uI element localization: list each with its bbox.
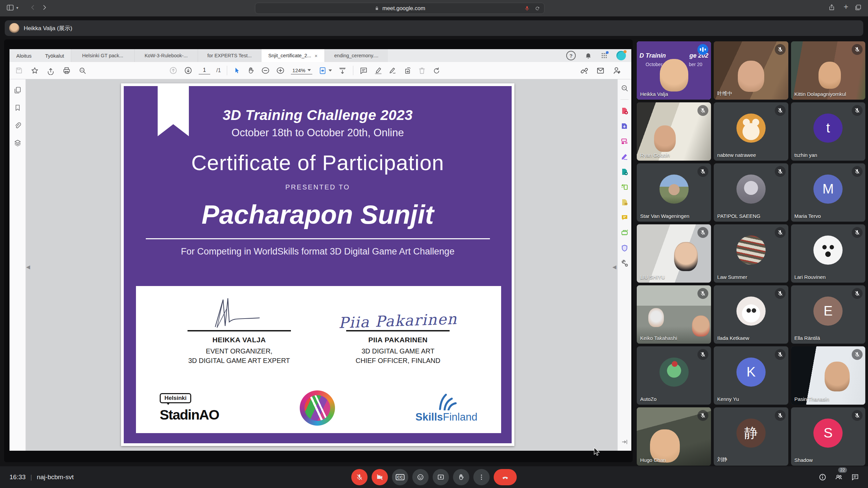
end-call-button[interactable] [494, 469, 517, 485]
zoom-out-icon[interactable] [261, 66, 270, 75]
meeting-info-button[interactable] [818, 473, 827, 481]
help-icon[interactable]: ? [566, 51, 576, 60]
presenter-banner[interactable]: Heikka Valja (展示) [5, 20, 863, 36]
doc-tab-experts[interactable]: for EXPERTS Test... [198, 49, 261, 62]
upload-icon[interactable] [46, 66, 55, 75]
participant-tile[interactable]: E Ella Räntilä [791, 285, 865, 344]
mic-off-button[interactable] [351, 469, 368, 485]
print-icon[interactable] [62, 66, 71, 75]
organize-pages-icon[interactable] [620, 229, 629, 237]
participant-tile[interactable]: Ilada Ketkaew [714, 285, 788, 344]
participant-tile[interactable]: S Shadow [791, 407, 865, 466]
participant-tile[interactable]: Law Summer [714, 224, 788, 283]
page-up-icon[interactable] [169, 66, 178, 75]
back-icon[interactable] [29, 3, 37, 12]
participant-tile[interactable]: 静 刘静 [714, 407, 788, 466]
participant-tile[interactable]: Ryan Goggin [637, 102, 711, 161]
participant-tile[interactable]: Lari Rouvinen [791, 224, 865, 283]
select-cursor-icon[interactable] [233, 66, 241, 75]
collapse-left-panel-icon[interactable]: ◀ [26, 262, 31, 272]
participant-tile[interactable]: Hugo Chan [637, 407, 711, 466]
menu-tyokalut[interactable]: Työkalut [38, 49, 71, 62]
doc-tab-snjit-certificate[interactable]: Snjit_certificate_2... × [261, 49, 324, 62]
participant-tile[interactable]: PATIPOL SAEENG [714, 163, 788, 222]
protect-icon[interactable] [620, 244, 629, 252]
attachments-icon[interactable] [14, 121, 22, 129]
bookmarks-icon[interactable] [14, 104, 21, 112]
sign-icon[interactable] [389, 66, 397, 75]
add-person-icon[interactable] [612, 66, 621, 75]
highlight-icon[interactable] [374, 66, 382, 75]
notifications-bell-icon[interactable] [585, 52, 592, 59]
captions-button[interactable]: CC [392, 469, 408, 485]
participant-tile[interactable]: M Maria Tervo [791, 163, 865, 222]
participant-tile[interactable]: LIU SHIYU [637, 224, 711, 283]
participant-tile[interactable]: AutoZo [637, 346, 711, 405]
share-icon[interactable] [828, 3, 835, 12]
crop-pages-icon[interactable] [620, 183, 629, 191]
close-tab-icon[interactable]: × [315, 53, 318, 59]
share-doc-icon[interactable] [620, 168, 629, 176]
account-avatar[interactable] [616, 51, 626, 60]
participant-tile[interactable]: D Traininge 202 Octoberber 20 Heikka Val… [637, 41, 711, 100]
doc-tab-kow[interactable]: KoW-3-Rulebook-... [134, 49, 198, 62]
search-doc-icon[interactable] [620, 84, 629, 92]
document-canvas[interactable]: ◀ ◀ 3D Training Challenge 2023 October 1… [26, 79, 617, 451]
participant-tile[interactable]: nabtew natrawee [714, 102, 788, 161]
more-tools-icon[interactable] [620, 259, 629, 267]
participant-tile[interactable]: Kittin Dolapagniyomkul [791, 41, 865, 100]
present-screen-button[interactable] [433, 469, 449, 485]
participants-button[interactable]: 22 [835, 473, 843, 481]
page-number-input[interactable]: 1 [199, 66, 210, 75]
address-bar[interactable]: meet.google.com [255, 3, 545, 14]
mic-off-icon [775, 105, 786, 116]
undo-icon[interactable] [432, 66, 441, 75]
participant-tile[interactable]: Star Van Wageningen [637, 163, 711, 222]
organize-pages-icon[interactable] [403, 66, 412, 75]
fill-sign-icon[interactable] [620, 152, 629, 161]
layers-icon[interactable] [14, 139, 22, 147]
edit-pdf-icon[interactable] [620, 137, 629, 145]
star-icon[interactable] [31, 66, 39, 75]
save-icon[interactable] [15, 66, 23, 75]
comment-bubble-icon[interactable] [620, 214, 629, 222]
participant-tile[interactable]: Keiko Takahashi [637, 285, 711, 344]
collapse-right-panel-icon[interactable]: ◀ [612, 262, 617, 272]
reload-icon[interactable] [535, 6, 540, 11]
raise-hand-button[interactable] [453, 469, 469, 485]
email-icon[interactable] [596, 66, 605, 75]
app-grid-icon[interactable] [601, 52, 608, 59]
page-thumbnails-icon[interactable] [14, 86, 22, 94]
tabs-icon[interactable] [854, 3, 862, 12]
create-pdf-icon[interactable] [620, 107, 629, 115]
comment-doc-icon[interactable] [620, 198, 629, 206]
page-width-icon[interactable] [338, 66, 347, 75]
export-pdf-icon[interactable] [620, 122, 629, 130]
doc-tab-ending-ceremony[interactable]: ending_ceremony.... [324, 49, 388, 62]
delete-icon[interactable] [418, 66, 426, 75]
menu-aloitus[interactable]: Aloitus [9, 49, 38, 62]
chat-button[interactable] [851, 473, 859, 481]
new-tab-icon[interactable]: + [844, 2, 848, 12]
more-options-button[interactable] [473, 469, 490, 485]
camera-off-button[interactable] [372, 469, 388, 485]
participant-tile[interactable]: K Kenny Yu [714, 346, 788, 405]
participant-tile[interactable]: 叶维中 [714, 41, 788, 100]
zoom-in-icon[interactable] [276, 66, 285, 75]
reactions-button[interactable] [412, 469, 429, 485]
zoom-level-select[interactable]: 124% [291, 67, 312, 75]
hand-tool-icon[interactable] [247, 66, 255, 75]
find-icon[interactable] [78, 66, 87, 75]
doc-tab-helsinki[interactable]: Helsinki GT pack... [71, 49, 134, 62]
mic-active-icon[interactable] [524, 5, 530, 11]
participant-tile[interactable]: Pasin Thanasin [791, 346, 865, 405]
forward-icon[interactable] [41, 3, 48, 12]
participant-tile[interactable]: t tszhin yan [791, 102, 865, 161]
fit-page-icon[interactable] [318, 66, 332, 75]
page-down-icon[interactable] [184, 66, 193, 75]
comment-icon[interactable] [359, 66, 368, 75]
open-right-panel-icon[interactable] [618, 439, 631, 445]
link-icon[interactable] [580, 66, 589, 75]
chevron-down-icon[interactable]: ▾ [16, 5, 18, 10]
sidebar-icon[interactable] [6, 3, 14, 12]
